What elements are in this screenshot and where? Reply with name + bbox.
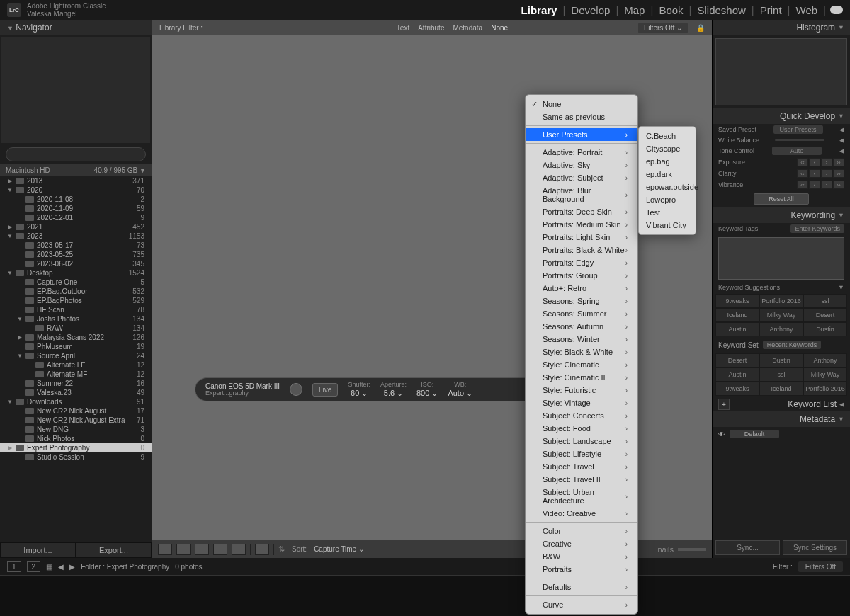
filters-off-dropdown[interactable]: Filters Off ⌄ — [638, 23, 688, 33]
metadata-header[interactable]: Metadata ▼ — [713, 411, 850, 427]
folder-nick-photos[interactable]: Nick Photos0 — [0, 434, 152, 443]
preset-portraits[interactable]: Portraits› — [526, 563, 638, 576]
preset-adaptive-sky[interactable]: Adaptive: Sky› — [526, 159, 638, 171]
folder-desktop[interactable]: ▼Desktop1524 — [0, 268, 152, 278]
user-preset-lowepro[interactable]: Lowepro — [639, 193, 696, 206]
folder-2013[interactable]: ▶2013371 — [0, 176, 152, 186]
preset-same-as-previous[interactable]: Same as previous — [526, 110, 638, 123]
kw-sugg-milky-way[interactable]: Milky Way — [759, 308, 803, 322]
preset-seasons-winter[interactable]: Seasons: Winter› — [526, 333, 638, 346]
prev-icon[interactable]: ◀ — [58, 563, 64, 571]
folder-2023-05-17[interactable]: 2023-05-1773 — [0, 241, 152, 250]
exposure-down2[interactable]: ‹‹ — [797, 158, 808, 166]
metadata-preset-dropdown[interactable]: Default — [730, 430, 779, 438]
preset-portraits-medium-skin[interactable]: Portraits: Medium Skin› — [526, 218, 638, 231]
preset-color[interactable]: Color› — [526, 525, 638, 537]
keywording-header[interactable]: Keywording ▼ — [713, 207, 850, 223]
kw-sugg-9tweaks[interactable]: 9tweaks — [715, 294, 759, 308]
lock-icon[interactable]: 🔒 — [696, 24, 705, 32]
preset-subject-concerts[interactable]: Subject: Concerts› — [526, 409, 638, 422]
kw-sugg-anthony[interactable]: Anthony — [759, 322, 803, 336]
user-preset-ep-dark[interactable]: ep.dark — [639, 168, 696, 181]
folder-new-cr2-nick-august-extra[interactable]: New CR2 Nick August Extra71 — [0, 416, 152, 425]
navigator-header[interactable]: ▼ Navigator — [0, 20, 152, 35]
preset-adaptive-portrait[interactable]: Adaptive: Portrait› — [526, 146, 638, 159]
preset-seasons-summer[interactable]: Seasons: Summer› — [526, 307, 638, 320]
reset-all-button[interactable]: Reset All — [754, 193, 809, 205]
white-balance-dropdown[interactable] — [775, 139, 824, 141]
loupe-view-icon[interactable] — [176, 544, 191, 555]
module-map[interactable]: Map — [618, 4, 650, 16]
grid-view-icon[interactable] — [158, 544, 172, 555]
preset-portraits-group[interactable]: Portraits: Group› — [526, 269, 638, 282]
module-print[interactable]: Print — [754, 4, 788, 16]
user-preset-epowar-outside[interactable]: epowar.outside — [639, 181, 696, 193]
kw-sugg-desert[interactable]: Desert — [803, 308, 847, 322]
import-button[interactable]: Import... — [0, 542, 76, 558]
kw-sugg-ssl[interactable]: ssl — [803, 294, 847, 308]
folder-joshs-photos[interactable]: ▼Joshs Photos134 — [0, 314, 152, 324]
preset-adaptive-subject[interactable]: Adaptive: Subject› — [526, 171, 638, 184]
folder-studio-session[interactable]: Studio Session9 — [0, 452, 152, 462]
module-slideshow[interactable]: Slideshow — [691, 4, 751, 16]
preset-subject-food[interactable]: Subject: Food› — [526, 422, 638, 435]
folder-2020[interactable]: ▼202070 — [0, 186, 152, 195]
preset-style-black-white[interactable]: Style: Black & White› — [526, 346, 638, 358]
exposure-up2[interactable]: ›› — [833, 158, 844, 166]
tether-live-button[interactable]: Live — [312, 383, 338, 397]
module-web[interactable]: Web — [790, 4, 824, 16]
folder-2021[interactable]: ▶2021452 — [0, 222, 152, 232]
survey-view-icon[interactable] — [213, 544, 227, 555]
filter-text[interactable]: Text — [397, 24, 409, 32]
folder-summer-22[interactable]: Summer.2216 — [0, 379, 152, 388]
preset-style-vintage[interactable]: Style: Vintage› — [526, 397, 638, 409]
preset-portraits-black-white[interactable]: Portraits: Black & White› — [526, 244, 638, 256]
kw-set-iceland[interactable]: Iceland — [759, 382, 803, 396]
sort-dropdown[interactable]: Capture Time ⌄ — [314, 545, 364, 553]
preset-subject-travel[interactable]: Subject: Travel› — [526, 460, 638, 473]
user-preset-c-beach[interactable]: C.Beach — [639, 130, 696, 142]
keyword-input[interactable] — [718, 237, 844, 280]
preset-style-futuristic[interactable]: Style: Futuristic› — [526, 384, 638, 397]
folder-capture-one[interactable]: Capture One5 — [0, 278, 152, 287]
kw-set-ssl[interactable]: ssl — [759, 367, 803, 382]
module-library[interactable]: Library — [516, 4, 563, 16]
preset-subject-lifestyle[interactable]: Subject: Lifestyle› — [526, 447, 638, 460]
thumbnail-size-slider[interactable] — [678, 548, 706, 551]
preset-auto-retro[interactable]: Auto+: Retro› — [526, 282, 638, 295]
grid-icon[interactable]: ▦ — [46, 563, 52, 571]
next-icon[interactable]: ▶ — [69, 563, 75, 571]
preset-subject-urban-architecture[interactable]: Subject: Urban Architecture› — [526, 486, 638, 507]
folder-2020-12-01[interactable]: 2020-12-019 — [0, 213, 152, 222]
folder-source-april[interactable]: ▼Source April24 — [0, 351, 152, 360]
filmstrip[interactable] — [0, 575, 850, 616]
export-button[interactable]: Export... — [76, 542, 152, 558]
quick-develop-header[interactable]: Quick Develop ▼ — [713, 108, 850, 124]
folder-malaysia-scans-2022[interactable]: ▶Malaysia Scans 2022126 — [0, 333, 152, 342]
preset-creative[interactable]: Creative› — [526, 537, 638, 550]
preset-seasons-autumn[interactable]: Seasons: Autumn› — [526, 320, 638, 333]
page-1[interactable]: 1 — [7, 561, 21, 572]
folder-search-input[interactable] — [6, 147, 146, 161]
disk-header[interactable]: Macintosh HD 40.9 / 995 GB ▼ — [0, 164, 152, 176]
sync-settings-button[interactable]: Sync Settings — [783, 540, 847, 555]
folder-alternate-mf[interactable]: Alternate MF12 — [0, 370, 152, 379]
folder-valeska-23[interactable]: Valeska.2349 — [0, 388, 152, 397]
folder-2020-11-08[interactable]: 2020-11-082 — [0, 195, 152, 204]
filter-attribute[interactable]: Attribute — [418, 24, 444, 32]
keyword-tags-dropdown[interactable]: Enter Keywords — [790, 224, 844, 233]
preset-curve[interactable]: Curve› — [526, 598, 638, 611]
preset-user-presets[interactable]: User Presets› — [526, 128, 638, 141]
user-preset-cityscape[interactable]: Cityscape — [639, 142, 696, 155]
preset-defaults[interactable]: Defaults› — [526, 581, 638, 593]
folder-2023-05-25[interactable]: 2023-05-25735 — [0, 250, 152, 259]
folder-new-dng[interactable]: New DNG3 — [0, 425, 152, 434]
kw-set-milky-way[interactable]: Milky Way — [803, 367, 847, 382]
preset-subject-landscape[interactable]: Subject: Landscape› — [526, 435, 638, 447]
kw-sugg-dustin[interactable]: Dustin — [803, 322, 847, 336]
painter-icon[interactable] — [255, 544, 269, 555]
preset-video-creative[interactable]: Video: Creative› — [526, 507, 638, 520]
folder-hf-scan[interactable]: HF Scan78 — [0, 305, 152, 314]
preset-portraits-light-skin[interactable]: Portraits: Light Skin› — [526, 231, 638, 244]
kw-set-dustin[interactable]: Dustin — [759, 353, 803, 367]
